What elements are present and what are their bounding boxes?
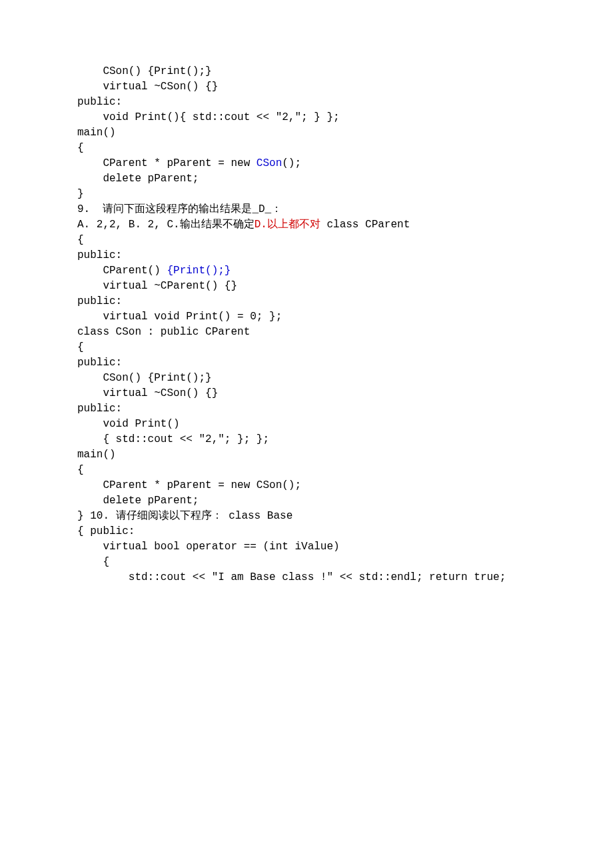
code-text: CParent(): [77, 265, 167, 277]
code-text: public:: [77, 96, 122, 108]
code-line: public:: [0, 355, 613, 371]
code-line: void Print(): [0, 417, 613, 432]
code-line: void Print(){ std::cout << "2,"; } };: [0, 110, 613, 125]
code-line: CSon() {Print();}: [0, 64, 613, 79]
code-text: public:: [77, 249, 122, 261]
code-line: public:: [0, 401, 613, 417]
code-line: 9. 请问下面这段程序的输出结果是_D_：: [0, 202, 613, 217]
code-text: 9. 请问下面这段程序的输出结果是_D_：: [77, 203, 282, 215]
code-text: virtual bool operator == (int iValue): [77, 541, 340, 553]
code-text: main(): [77, 449, 116, 461]
code-line: virtual ~CParent() {}: [0, 279, 613, 294]
code-text: std::cout << "I am Base class !" << std:…: [77, 571, 506, 583]
code-text: {: [77, 464, 84, 476]
code-line: {: [0, 141, 613, 156]
document-page: CSon() {Print();} virtual ~CSon() {}publ…: [0, 0, 613, 868]
code-text: } 10. 请仔细阅读以下程序： class Base: [77, 510, 293, 522]
code-line: virtual ~CSon() {}: [0, 79, 613, 95]
code-text: public:: [77, 295, 122, 307]
code-line: delete pParent;: [0, 493, 613, 509]
code-line: } 10. 请仔细阅读以下程序： class Base: [0, 509, 613, 524]
code-line: main(): [0, 447, 613, 463]
code-line: CSon() {Print();}: [0, 371, 613, 386]
code-text: CSon: [257, 157, 282, 169]
code-line: {: [0, 340, 613, 355]
code-text: class CSon : public CParent: [77, 326, 250, 338]
code-text: CParent * pParent = new: [77, 157, 257, 169]
code-line: {: [0, 463, 613, 478]
code-text: virtual ~CSon() {}: [77, 81, 218, 93]
code-text: {Print();}: [167, 265, 231, 277]
code-text: D.以上都不对: [255, 219, 320, 231]
code-text: virtual void Print() = 0; };: [77, 311, 282, 323]
code-text: }: [77, 188, 84, 200]
code-text: A. 2,2, B. 2, C.输出结果不确定: [77, 219, 255, 231]
code-line: virtual void Print() = 0; };: [0, 309, 613, 325]
code-text: {: [77, 142, 84, 154]
code-text: virtual ~CSon() {}: [77, 387, 218, 399]
code-text: void Print(): [77, 418, 180, 430]
code-line: CParent * pParent = new CSon();: [0, 478, 613, 493]
code-text: delete pParent;: [77, 173, 199, 185]
code-text: { std::cout << "2,"; }; };: [77, 433, 269, 445]
code-line: A. 2,2, B. 2, C.输出结果不确定D.以上都不对 class CPa…: [0, 217, 613, 233]
code-line: class CSon : public CParent: [0, 325, 613, 340]
code-text: public:: [77, 403, 122, 415]
code-text: {: [77, 341, 84, 353]
code-line: { public:: [0, 524, 613, 539]
code-text: public:: [77, 357, 122, 369]
code-text: { public:: [77, 525, 135, 537]
code-text: void Print(){ std::cout << "2,"; } };: [77, 111, 340, 123]
code-line: virtual ~CSon() {}: [0, 386, 613, 401]
code-text: CSon() {Print();}: [77, 372, 212, 384]
code-line: std::cout << "I am Base class !" << std:…: [0, 570, 613, 585]
code-line: {: [0, 233, 613, 248]
code-line: {: [0, 555, 613, 570]
code-text: CParent * pParent = new CSon();: [77, 479, 301, 491]
code-line: main(): [0, 125, 613, 141]
code-text: {: [77, 234, 84, 246]
code-text: delete pParent;: [77, 495, 199, 507]
code-text: {: [77, 556, 109, 568]
code-line: public:: [0, 95, 613, 110]
code-line: { std::cout << "2,"; }; };: [0, 432, 613, 447]
code-line: CParent * pParent = new CSon();: [0, 156, 613, 171]
code-line: public:: [0, 294, 613, 309]
code-text: ();: [282, 157, 301, 169]
code-line: }: [0, 187, 613, 202]
code-text: main(): [77, 127, 116, 139]
code-text: virtual ~CParent() {}: [77, 280, 237, 292]
code-line: public:: [0, 248, 613, 263]
code-text: CSon() {Print();}: [77, 65, 212, 77]
code-text: class CParent: [320, 219, 410, 231]
code-line: CParent() {Print();}: [0, 263, 613, 279]
code-line: delete pParent;: [0, 171, 613, 187]
code-line: virtual bool operator == (int iValue): [0, 539, 613, 555]
